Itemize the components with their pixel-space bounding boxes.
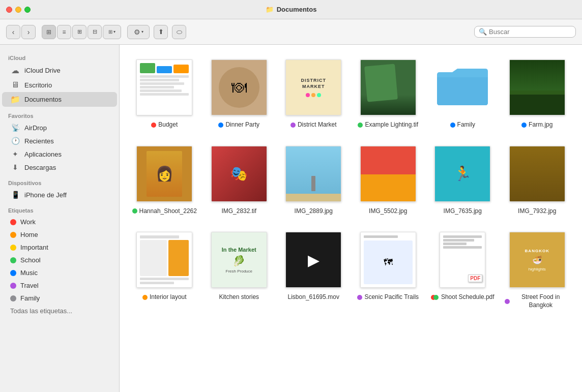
file-item-interior-layout[interactable]: Interior layout — [130, 227, 199, 311]
view-buttons: ⊞ ≡ ⊞ ⊟ ⊞ ▾ — [42, 25, 121, 39]
settings-button[interactable]: ⚙ ▾ — [127, 25, 150, 39]
view-grid-button[interactable]: ⊞ — [42, 25, 56, 39]
sidebar-item-family[interactable]: Family — [2, 292, 117, 305]
documentos-label: Documentos — [24, 96, 62, 103]
sidebar-item-airdrop[interactable]: 📡 AirDrop — [2, 121, 117, 134]
back-button[interactable]: ‹ — [6, 25, 20, 39]
search-input[interactable] — [489, 28, 571, 36]
budget-name-row: Budget — [151, 121, 178, 129]
example-dot — [358, 123, 363, 128]
fullscreen-button[interactable] — [24, 7, 31, 13]
dinner-dot — [218, 123, 223, 128]
tag-button[interactable]: ⬭ — [172, 25, 186, 39]
close-button[interactable] — [6, 7, 12, 13]
hannah-name-text: Hannah_Shoot_2262 — [139, 207, 197, 216]
img7932-name-text: IMG_7932.jpg — [518, 207, 556, 216]
downloads-icon: ⬇ — [10, 163, 20, 171]
travel-color-dot — [10, 283, 16, 289]
lisbon-name-row: Lisbon_61695.mov — [288, 293, 339, 301]
sidebar-item-todas-etiquetas[interactable]: Todas las etiquetas... — [2, 305, 117, 317]
folder-icon: 📁 — [266, 6, 274, 13]
district-dot — [290, 123, 296, 128]
family-dot — [450, 123, 455, 128]
file-item-example-lighting[interactable]: Example Lighting.tif — [354, 55, 423, 131]
district-thumbnail: DISTRICTMARKET — [285, 59, 341, 115]
travel-label: Travel — [20, 282, 39, 289]
home-label: Home — [20, 231, 38, 238]
sidebar-item-recientes[interactable]: 🕐 Recientes — [2, 134, 117, 147]
window-title-text: Documentos — [277, 6, 317, 13]
file-item-dinner-party[interactable]: 🍽 Dinner Party — [205, 55, 274, 131]
sidebar-item-important[interactable]: Important — [2, 241, 117, 254]
forward-button[interactable]: › — [21, 25, 36, 39]
minimize-button[interactable] — [15, 7, 21, 13]
file-thumb-hannah: 👩 — [134, 143, 195, 204]
file-item-img2889[interactable]: IMG_2889.jpg — [279, 141, 348, 218]
view-list-button[interactable]: ≡ — [57, 25, 71, 39]
file-thumb-kitchen-stories: In the Market 🥬 Fresh Produce — [209, 229, 270, 290]
sidebar: iCloud ☁ iCloud Drive 🖥 Escritorio 📁 Doc… — [0, 45, 120, 392]
lisbon-name-text: Lisbon_61695.mov — [288, 293, 339, 301]
scenic-name-text: Scenic Pacific Trails — [364, 293, 419, 301]
apps-icon: ✦ — [10, 150, 20, 158]
img2889-name-text: IMG_2889.jpg — [295, 207, 333, 216]
img5502-name-row: IMG_5502.jpg — [369, 207, 407, 216]
file-item-budget[interactable]: Budget — [130, 55, 199, 131]
file-item-img2832[interactable]: 🎭 IMG_2832.tif — [205, 141, 274, 218]
search-box[interactable]: 🔍 — [474, 26, 576, 38]
sidebar-item-travel[interactable]: Travel — [2, 279, 117, 292]
share-button[interactable]: ⬆ — [154, 25, 168, 39]
img5502-name-text: IMG_5502.jpg — [369, 207, 407, 216]
sidebar-item-work[interactable]: Work — [2, 216, 117, 228]
file-item-scenic[interactable]: 🗺 Scenic Pacific Trails — [354, 227, 423, 311]
file-item-kitchen-stories[interactable]: In the Market 🥬 Fresh Produce Kitchen st… — [205, 227, 274, 311]
file-item-hannah[interactable]: 👩 Hannah_Shoot_2262 — [130, 141, 199, 218]
scenic-dot — [357, 295, 362, 300]
file-item-district-market[interactable]: DISTRICTMARKET District Market — [279, 55, 348, 131]
file-thumb-interior-layout — [134, 229, 195, 290]
files-grid: Budget 🍽 Dinner Party — [130, 55, 572, 311]
interior-name-row: Interior layout — [142, 293, 187, 301]
kitchen-name-text: Kitchen stories — [219, 293, 259, 301]
view-options-dropdown[interactable]: ⊞ ▾ — [103, 25, 121, 39]
sidebar-item-music[interactable]: Music — [2, 266, 117, 279]
pdf-badge: PDF — [468, 275, 482, 282]
share-icon: ⬆ — [158, 28, 164, 36]
sidebar-item-iphone[interactable]: 📱 iPhone de Jeff — [2, 188, 117, 201]
file-item-shoot-schedule[interactable]: PDF Shoot Schedule.pdf — [428, 227, 498, 311]
view-cover-button[interactable]: ⊟ — [88, 25, 102, 39]
file-item-img5502[interactable]: IMG_5502.jpg — [354, 141, 423, 218]
view-columns-button[interactable]: ⊞ — [72, 25, 86, 39]
sidebar-item-descargas[interactable]: ⬇ Descargas — [2, 161, 117, 174]
search-icon: 🔍 — [479, 28, 487, 36]
file-item-family[interactable]: Family — [428, 55, 498, 131]
sidebar-item-documentos[interactable]: 📁 Documentos — [2, 92, 117, 107]
dinner-thumbnail: 🍽 — [211, 59, 267, 115]
work-label: Work — [20, 218, 36, 226]
interior-dot — [142, 295, 148, 300]
sidebar-item-home[interactable]: Home — [2, 228, 117, 241]
file-thumb-img2889 — [283, 143, 344, 204]
sidebar-item-aplicaciones[interactable]: ✦ Aplicaciones — [2, 147, 117, 161]
aplicaciones-label: Aplicaciones — [24, 150, 62, 158]
recientes-label: Recientes — [24, 137, 54, 145]
street-thumbnail: BANGKOK 🍜 highlights — [509, 232, 565, 288]
family-color-dot — [10, 295, 16, 301]
file-item-lisbon[interactable]: ▶ Lisbon_61695.mov — [279, 227, 348, 311]
img2832-thumbnail: 🎭 — [211, 146, 267, 202]
file-item-farm[interactable]: Farm.jpg — [503, 55, 572, 131]
file-item-img7635[interactable]: 🏃 IMG_7635.jpg — [428, 141, 498, 218]
file-item-img7932[interactable]: IMG_7932.jpg — [503, 141, 572, 218]
family-name-text: Family — [457, 121, 475, 129]
file-thumb-img7932 — [507, 143, 568, 204]
file-thumb-street-food: BANGKOK 🍜 highlights — [507, 229, 568, 290]
file-thumb-example — [358, 57, 419, 118]
title-bar: 📁 Documentos — [0, 0, 582, 19]
sidebar-item-school[interactable]: School — [2, 254, 117, 266]
important-color-dot — [10, 245, 16, 251]
file-item-street-food[interactable]: BANGKOK 🍜 highlights Street Food in Bang… — [503, 227, 572, 311]
sidebar-item-escritorio[interactable]: 🖥 Escritorio — [2, 78, 117, 92]
sidebar-item-icloud-drive[interactable]: ☁ iCloud Drive — [2, 63, 117, 78]
shoot-dual-dot — [431, 294, 439, 300]
columns-icon: ⊞ — [77, 28, 82, 35]
